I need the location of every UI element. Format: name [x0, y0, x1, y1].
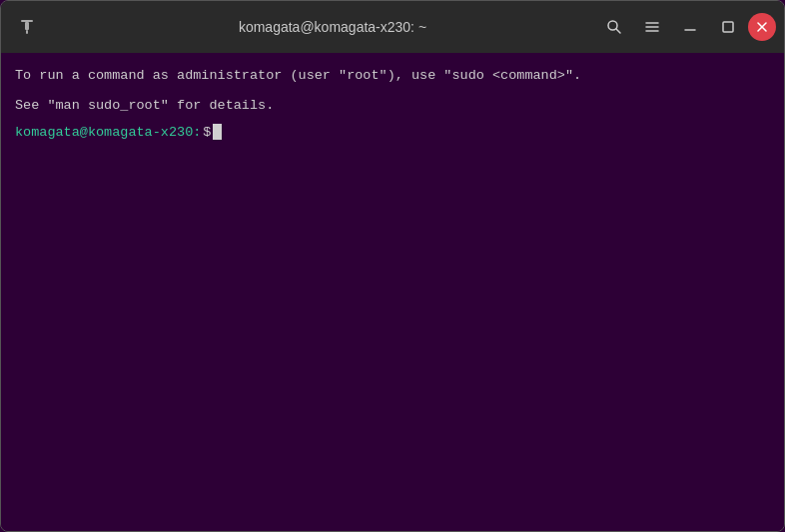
svg-rect-9	[723, 22, 733, 32]
menu-button[interactable]	[634, 9, 670, 45]
terminal-window: komagata@komagata-x230: ~	[0, 0, 785, 532]
svg-rect-2	[26, 30, 28, 34]
pin-button[interactable]	[9, 9, 45, 45]
titlebar-right	[596, 9, 776, 45]
svg-rect-1	[25, 22, 29, 30]
titlebar-left	[9, 9, 69, 45]
titlebar: komagata@komagata-x230: ~	[1, 1, 784, 53]
terminal-body[interactable]: To run a command as administrator (user …	[1, 53, 784, 531]
info-text-line2: See "man sudo_root" for details.	[15, 95, 770, 117]
maximize-button[interactable]	[710, 9, 746, 45]
close-button[interactable]	[748, 13, 776, 41]
window-title: komagata@komagata-x230: ~	[69, 19, 596, 35]
cursor	[213, 124, 222, 140]
search-button[interactable]	[596, 9, 632, 45]
svg-rect-0	[21, 20, 33, 22]
svg-line-4	[616, 29, 620, 33]
info-text-line1: To run a command as administrator (user …	[15, 65, 770, 87]
prompt-line: komagata@komagata-x230: $	[15, 124, 770, 140]
minimize-button[interactable]	[672, 9, 708, 45]
prompt-user: komagata@komagata-x230:	[15, 125, 201, 140]
prompt-symbol: $	[203, 125, 211, 140]
